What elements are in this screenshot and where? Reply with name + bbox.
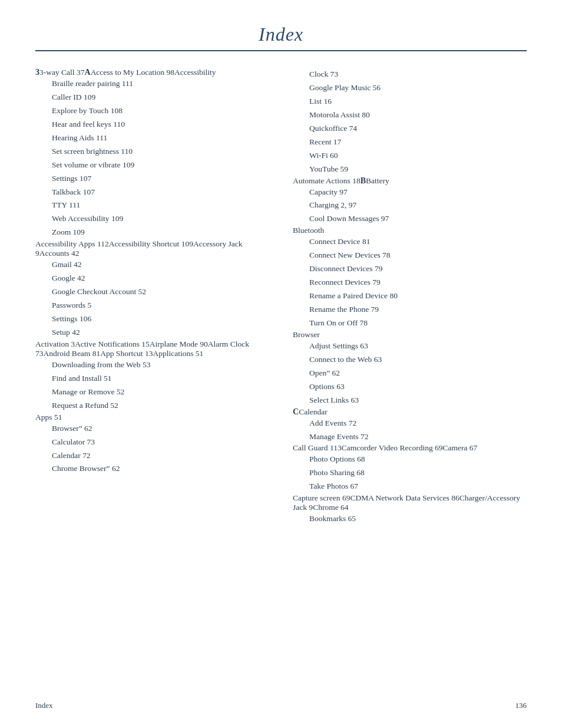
page-footer: Index 136 <box>35 701 527 710</box>
index-entry-sub1: Google Play Music 56 <box>293 81 527 95</box>
index-entry-sub1: Motorola Assist 80 <box>293 108 527 122</box>
index-entry-sub1: Calculator 73 <box>35 436 269 449</box>
left-column: 33-way Call 37AAccess to My Location 98A… <box>35 68 269 526</box>
index-entry-sub1: Add Events 72 <box>293 417 527 430</box>
index-entry-sub1: TTY 111 <box>35 199 269 212</box>
index-entry-sub1: Recent 17 <box>293 136 527 149</box>
index-entry-sub1: Clock 73 <box>293 68 527 81</box>
index-entry-sub1: Charging 2, 97 <box>293 199 527 212</box>
index-entry-top: Accessibility Apps 112 <box>35 239 109 248</box>
index-entry-sub1: Browser” 62 <box>35 422 269 436</box>
index-entry-sub1: Gmail 42 <box>35 258 269 272</box>
index-entry-top: Automate Actions 18 <box>293 176 361 185</box>
index-entry-sub1: Disconnect Devices 79 <box>293 262 527 276</box>
section-letter: B <box>361 176 366 185</box>
section-letter: A <box>85 68 91 77</box>
index-entry-sub1: Find and Install 51 <box>35 372 269 386</box>
index-entry-sub1: Cool Down Messages 97 <box>293 212 527 226</box>
index-entry-sub1: Reconnect Devices 79 <box>293 276 527 289</box>
index-entry-sub1: Hearing Aids 111 <box>35 131 269 145</box>
footer-page-number: 136 <box>515 701 527 710</box>
index-entry-top: Applications 51 <box>153 349 204 358</box>
index-entry-sub1: Talkback 107 <box>35 186 269 199</box>
index-entry-top: 3-way Call 37 <box>39 68 85 77</box>
index-entry-sub1: Options 63 <box>293 380 527 394</box>
section-letter: 3 <box>35 68 39 77</box>
index-entry-top: Camcorder Video Recording 69 <box>342 443 443 452</box>
index-entry-sub1: Manage or Remove 52 <box>35 386 269 399</box>
index-entry-sub1: Chrome Browser” 62 <box>35 462 269 476</box>
index-entry-top: Chrome 64 <box>313 503 348 512</box>
index-entry-sub1: Google Checkout Account 52 <box>35 285 269 299</box>
index-entry-top: Call Guard 113 <box>293 443 342 452</box>
footer-label: Index <box>35 701 53 710</box>
right-column: Clock 73Google Play Music 56List 16Motor… <box>293 68 527 526</box>
index-entry-sub1: Rename the Phone 79 <box>293 303 527 317</box>
index-entry-sub1: Set screen brightness 110 <box>35 145 269 159</box>
index-entry-top: Calendar <box>299 407 328 416</box>
index-entry-top: Capture screen 69 <box>293 493 350 502</box>
index-entry-top: Browser <box>293 330 320 339</box>
title-divider <box>35 50 527 51</box>
index-entry-sub1: Calendar 72 <box>35 449 269 463</box>
index-entry-top: Activation 3 <box>35 340 75 348</box>
index-entry-top: Accessibility Shortcut 109 <box>109 239 193 248</box>
index-entry-top: Battery <box>366 176 389 185</box>
index-entry-top: Apps 51 <box>35 413 62 421</box>
index-entry-sub1: Select Links 63 <box>293 394 527 407</box>
index-entry-sub1: Explore by Touch 108 <box>35 104 269 118</box>
index-columns: 33-way Call 37AAccess to My Location 98A… <box>35 68 527 526</box>
index-entry-sub1: Web Accessibility 109 <box>35 212 269 226</box>
index-entry-sub1: Caller ID 109 <box>35 91 269 104</box>
index-entry-sub1: Photo Sharing 68 <box>293 466 527 480</box>
index-entry-sub1: Manage Events 72 <box>293 430 527 444</box>
index-entry-sub1: Photo Options 68 <box>293 453 527 466</box>
index-entry-sub1: Google 42 <box>35 272 269 285</box>
index-entry-sub1: Braille reader pairing 111 <box>35 77 269 91</box>
index-entry-sub1: Bookmarks 65 <box>293 512 527 526</box>
page: Index 33-way Call 37AAccess to My Locati… <box>0 0 562 728</box>
index-entry-top: Accounts 42 <box>39 249 80 258</box>
index-entry-sub1: Rename a Paired Device 80 <box>293 289 527 303</box>
index-entry-top: Airplane Mode 90 <box>150 340 208 348</box>
index-entry-top: Access to My Location 98 <box>91 68 174 77</box>
index-entry-sub1: Passwords 5 <box>35 299 269 312</box>
index-entry-top: Camera 67 <box>443 443 478 452</box>
index-entry-sub1: Settings 107 <box>35 172 269 186</box>
index-entry-sub1: Connect New Devices 78 <box>293 249 527 262</box>
section-letter: C <box>293 407 299 416</box>
index-entry-sub1: Set volume or vibrate 109 <box>35 159 269 172</box>
index-entry-sub1: YouTube 59 <box>293 163 527 176</box>
index-entry-top: Active Notifications 15 <box>75 340 150 348</box>
index-entry-top: Bluetooth <box>293 226 324 235</box>
index-entry-sub1: Request a Refund 52 <box>35 399 269 413</box>
index-entry-top: Android Beam 81 <box>44 349 101 358</box>
index-entry-top: CDMA Network Data Services 86 <box>350 493 459 502</box>
index-entry-sub1: Wi-Fi 60 <box>293 149 527 163</box>
index-entry-sub1: Open” 62 <box>293 367 527 380</box>
index-entry-top: Accessibility <box>174 68 216 77</box>
page-title: Index <box>35 24 527 45</box>
index-entry-sub1: Setup 42 <box>35 326 269 340</box>
index-entry-sub1: Hear and feel keys 110 <box>35 118 269 131</box>
index-entry-sub1: Downloading from the Web 53 <box>35 358 269 372</box>
index-entry-sub1: Adjust Settings 63 <box>293 340 527 353</box>
index-entry-sub1: Take Photos 67 <box>293 480 527 493</box>
index-entry-sub1: Connect to the Web 63 <box>293 353 527 367</box>
index-entry-sub1: Settings 106 <box>35 312 269 326</box>
index-entry-sub1: Turn On or Off 78 <box>293 317 527 330</box>
index-entry-sub1: Capacity 97 <box>293 186 527 199</box>
index-entry-sub1: Connect Device 81 <box>293 235 527 249</box>
index-entry-sub1: Zoom 109 <box>35 226 269 239</box>
index-entry-top: App Shortcut 13 <box>100 349 153 358</box>
index-entry-sub1: Quickoffice 74 <box>293 122 527 136</box>
index-entry-sub1: List 16 <box>293 95 527 108</box>
